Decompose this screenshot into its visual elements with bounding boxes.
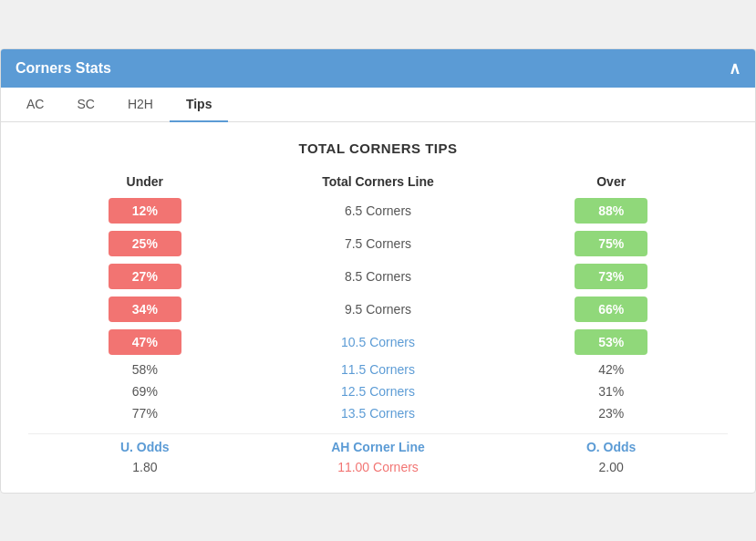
table-row: 69% 12.5 Corners 31% xyxy=(28,384,728,399)
tab-ac[interactable]: AC xyxy=(10,88,60,122)
corners-line: 6.5 Corners xyxy=(262,203,495,218)
table-row: 27% 8.5 Corners 73% xyxy=(28,264,728,289)
tab-tips[interactable]: Tips xyxy=(170,88,229,122)
tips-content: TOTAL CORNERS TIPS Under Total Corners L… xyxy=(1,122,755,493)
under-badge: 12% xyxy=(109,198,181,224)
over-badge: 66% xyxy=(575,297,647,322)
tab-h2h[interactable]: H2H xyxy=(111,88,170,122)
table-row: 34% 9.5 Corners 66% xyxy=(28,297,728,322)
under-badge: 47% xyxy=(109,329,181,355)
odds-header-row: U. Odds AH Corner Line O. Odds xyxy=(28,433,728,454)
corners-line: 8.5 Corners xyxy=(262,269,495,284)
under-value: 77% xyxy=(28,406,262,421)
table-header: Under Total Corners Line Over xyxy=(28,174,728,189)
over-value: 42% xyxy=(494,362,728,377)
table-row: 58% 11.5 Corners 42% xyxy=(28,362,728,377)
table-row: 12% 6.5 Corners 88% xyxy=(28,198,728,224)
over-value: 23% xyxy=(494,406,728,421)
over-badge: 75% xyxy=(575,231,647,256)
under-value: 58% xyxy=(28,362,262,377)
corners-line: 7.5 Corners xyxy=(262,236,495,251)
tab-bar: AC SC H2H Tips xyxy=(1,88,755,122)
card-title: Corners Stats xyxy=(16,60,111,77)
corners-line-link[interactable]: 13.5 Corners xyxy=(262,406,495,421)
corners-line-link[interactable]: 10.5 Corners xyxy=(262,335,495,349)
over-badge: 53% xyxy=(575,329,647,355)
under-badge: 34% xyxy=(109,297,181,322)
table-row: 25% 7.5 Corners 75% xyxy=(28,231,728,256)
over-badge: 73% xyxy=(575,264,647,289)
over-badge: 88% xyxy=(575,198,647,224)
corners-stats-card: Corners Stats ∧ AC SC H2H Tips TOTAL COR… xyxy=(0,48,756,494)
under-badge: 27% xyxy=(109,264,181,289)
corners-line: 9.5 Corners xyxy=(262,302,495,317)
header-total-line: Total Corners Line xyxy=(262,174,495,189)
corners-line-link[interactable]: 11.5 Corners xyxy=(262,362,495,377)
ah-corner-line-value: 11.00 Corners xyxy=(262,460,495,474)
odds-values-row: 1.80 11.00 Corners 2.00 xyxy=(28,460,728,474)
table-row: 47% 10.5 Corners 53% xyxy=(28,329,728,355)
o-odds-value: 2.00 xyxy=(494,460,728,474)
header-over: Over xyxy=(494,174,728,189)
u-odds-value: 1.80 xyxy=(28,460,262,474)
under-badge: 25% xyxy=(109,231,181,256)
corners-line-link[interactable]: 12.5 Corners xyxy=(262,384,495,399)
u-odds-label: U. Odds xyxy=(28,440,262,454)
collapse-button[interactable]: ∧ xyxy=(729,58,740,78)
under-value: 69% xyxy=(28,384,262,399)
header-under: Under xyxy=(28,174,262,189)
o-odds-label: O. Odds xyxy=(494,440,728,454)
tab-sc[interactable]: SC xyxy=(60,88,110,122)
section-title: TOTAL CORNERS TIPS xyxy=(28,140,728,156)
ah-corner-line-label: AH Corner Line xyxy=(262,440,495,454)
over-value: 31% xyxy=(494,384,728,399)
table-row: 77% 13.5 Corners 23% xyxy=(28,406,728,421)
card-header: Corners Stats ∧ xyxy=(1,49,755,88)
